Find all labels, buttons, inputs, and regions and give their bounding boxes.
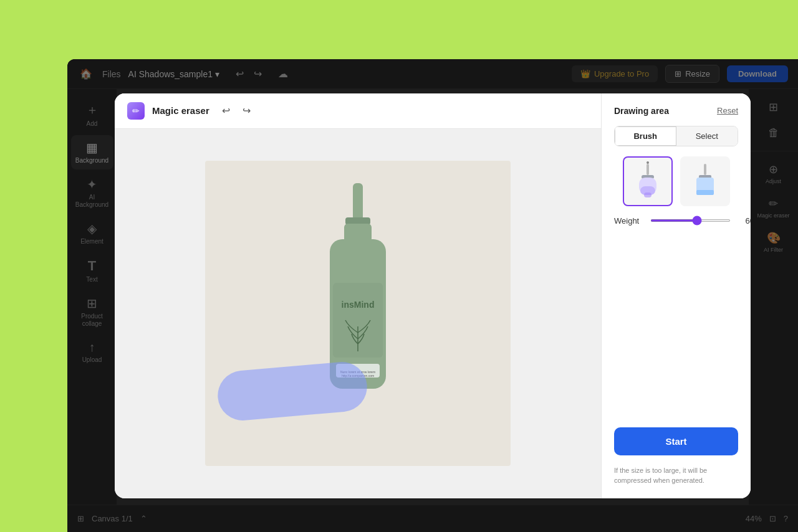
modal-canvas-area: ✏ Magic eraser ↩ ↪ [115,93,601,498]
brush-select-toggle: Brush Select [614,126,738,146]
modal-overlay: ✏ Magic eraser ↩ ↪ [67,59,798,532]
svg-point-15 [647,161,649,164]
magic-eraser-tool-icon: ✏ [127,102,145,120]
weight-control: Weight 60 [614,216,738,226]
svg-rect-0 [353,183,363,221]
modal-title: Magic eraser [152,105,209,116]
select-button[interactable]: Select [676,126,738,146]
magic-eraser-modal: ✏ Magic eraser ↩ ↪ [115,93,751,498]
hard-brush-icon [685,161,725,201]
soft-brush-icon [628,161,668,201]
svg-text:insMind: insMind [342,300,375,310]
soft-brush-item [623,156,673,206]
drawing-area-label: Drawing area [614,106,669,116]
brush-icons-row [614,156,738,206]
modal-controls: Drawing area Reset Brush Select [601,93,751,498]
svg-rect-16 [704,164,706,175]
start-button[interactable]: Start [614,427,738,455]
brush-button[interactable]: Brush [615,126,676,146]
modal-undo-button[interactable]: ↩ [217,102,235,119]
canvas-preview[interactable]: insMind [115,129,601,498]
hard-brush-item [680,156,730,206]
weight-label: Weight [614,216,644,226]
weight-value: 60 [737,216,751,226]
hard-brush-button[interactable] [680,156,730,206]
controls-header: Drawing area Reset [614,106,738,116]
modal-topbar: ✏ Magic eraser ↩ ↪ [115,93,601,129]
svg-rect-14 [644,192,651,197]
weight-slider[interactable] [650,219,731,222]
reset-button[interactable]: Reset [717,106,738,115]
info-text: If the size is too large, it will be com… [614,465,738,486]
modal-undo-redo: ↩ ↪ [217,102,256,119]
svg-rect-10 [647,164,649,175]
product-image-container: insMind [205,161,511,466]
svg-rect-19 [696,190,714,195]
modal-redo-button[interactable]: ↪ [238,102,256,119]
soft-brush-button[interactable] [623,156,673,206]
